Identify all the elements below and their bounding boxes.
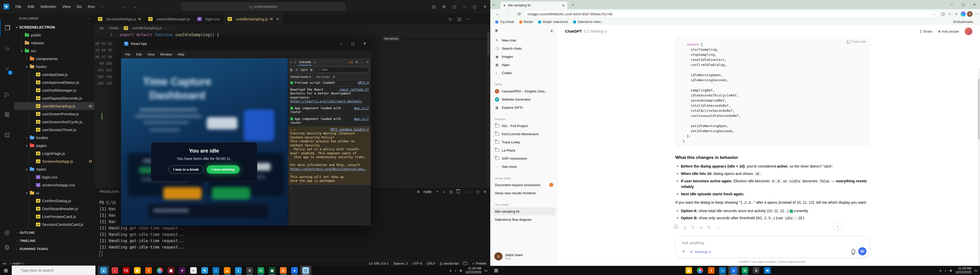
- header-avatar[interactable]: [965, 27, 972, 35]
- read-aloud-icon[interactable]: ◁: [699, 224, 702, 230]
- sidebar-item-la-plaza[interactable]: La Plaza: [492, 146, 556, 154]
- more-tabs-icon[interactable]: »: [314, 60, 316, 64]
- kill-terminal-icon[interactable]: [457, 190, 460, 193]
- tree-item-livepreviewcard-js[interactable]: JSLivePreviewCard.js: [14, 213, 94, 221]
- terminal-more-icon[interactable]: ⋯: [464, 190, 468, 194]
- menu-file[interactable]: File: [13, 3, 24, 10]
- terminal-shell-label[interactable]: node: [424, 190, 431, 194]
- devtools-close-icon[interactable]: ✕: [366, 60, 369, 64]
- sidebar-item-document-request-assistance[interactable]: Document request assistance: [492, 181, 556, 189]
- sidebar-item-idle-sampling-fix[interactable]: Idle sampling fix: [492, 207, 556, 215]
- new-terminal-icon[interactable]: ＋: [436, 190, 439, 194]
- browser-minimize-button[interactable]: ─: [946, 3, 958, 6]
- console-source-link[interactable]: VM72 sandbox bundle:2: [330, 128, 369, 132]
- tree-item-src[interactable]: ∨src: [14, 47, 94, 55]
- tree-item-screenshotapp-css[interactable]: #screenshotapp.css: [14, 181, 94, 189]
- console-source-link[interactable]: App.js:7: [354, 106, 369, 111]
- thinking-mode-chip[interactable]: ✦ Thinking ∨: [690, 250, 711, 254]
- clock-right[interactable]: 11:29 AM12/22/2025: [955, 267, 971, 274]
- close-panel-icon[interactable]: ✕: [484, 190, 487, 194]
- console-message-1[interactable]: react refresh:37Download the React DevTo…: [288, 87, 371, 105]
- console-prompt[interactable]: ›: [288, 185, 371, 192]
- console-hyperlink[interactable]: https://reactjs.org/link/react-devtools: [290, 100, 362, 103]
- sidebar-item-apps[interactable]: ▦Apps: [492, 61, 556, 69]
- voice-mode-button[interactable]: [858, 247, 866, 255]
- app-maximize-button[interactable]: ▢: [347, 41, 359, 46]
- tree-item-usescreenshotcycle-js[interactable]: JSuseScreenshotCycle.js: [14, 118, 94, 126]
- sidebar-item-salesforce-flow-diagram[interactable]: Salesforce flow diagram: [492, 215, 556, 224]
- device-toolbar-icon[interactable]: ▯: [294, 60, 296, 64]
- taskbar-icon-file-explorer[interactable]: ▤: [132, 266, 143, 275]
- working-button[interactable]: I was working: [207, 165, 240, 174]
- status-5[interactable]: ✓ Prettier: [472, 261, 487, 266]
- sidebar-item-new-chat[interactable]: ✎New chat: [492, 36, 556, 44]
- account-row[interactable]: S Saiful Islam Plus: [490, 251, 562, 262]
- taskbar-icon-profile-app[interactable]: S: [751, 266, 762, 275]
- context-selector[interactable]: top ▾: [301, 68, 307, 71]
- taskbar-icon-electron-app[interactable]: ▢: [300, 266, 311, 275]
- layout-custom-icon[interactable]: ▢: [449, 5, 460, 9]
- sidebar-item-see-more[interactable]: ⋯See more: [492, 163, 556, 171]
- tree-item-public[interactable]: ›public: [14, 31, 94, 39]
- tree-item-dashboardheader-js[interactable]: JSDashboardHeader.js: [14, 205, 94, 213]
- tree-item-useelapsedseconds-js[interactable]: JSuseElapsedSeconds.js: [14, 94, 94, 102]
- tab-useidlesampling-js[interactable]: JSuseIdleSampling.jsM✕: [224, 13, 283, 24]
- sidebar-item-isu-full-project[interactable]: ISU - Full Project: [492, 122, 556, 130]
- clock-left[interactable]: 11:29 AM12/22/2025: [465, 267, 481, 274]
- sidebar-item-search-chats[interactable]: Search chats: [492, 44, 556, 52]
- taskbar-icon-firefox[interactable]: f: [143, 266, 154, 275]
- tab-usedraftmanager-js[interactable]: JSuseDraftManager.js: [145, 13, 193, 24]
- status-3[interactable]: CRLF: [427, 261, 435, 266]
- editor-more-icon[interactable]: ⋯: [466, 17, 470, 21]
- split-screen-icon[interactable]: ◫: [940, 12, 946, 16]
- tree-item-loginpage-js[interactable]: JSLoginPage.js: [14, 150, 94, 157]
- tree-item-usescreenpreview-js[interactable]: JSuseScreenPreview.js: [14, 110, 94, 118]
- taskbar-icon-photos[interactable]: ▲: [98, 266, 109, 275]
- browser-menu-icon[interactable]: ⋯: [974, 12, 980, 16]
- copy-code-button[interactable]: Copy code: [848, 40, 866, 43]
- git-branch[interactable]: ⑂ main* ⟳: [10, 261, 24, 266]
- tree-item-useappdata-js[interactable]: JSuseAppData.js: [14, 71, 94, 78]
- add-people-button[interactable]: ⊕ Add people: [938, 29, 959, 33]
- extensions-icon[interactable]: ⊞: [0, 107, 14, 122]
- taskbar-icon-xampp[interactable]: X: [278, 266, 289, 275]
- terminal-dropdown-icon[interactable]: ∨: [443, 190, 445, 193]
- console-message-3[interactable]: App.js:7✓App component loaded with route…: [288, 116, 371, 126]
- volume-icon[interactable]: ♪: [455, 269, 457, 272]
- sidebar-item-explore-gpts[interactable]: ▦Explore GPTs: [492, 103, 556, 112]
- new-tab-button[interactable]: ＋: [571, 2, 575, 7]
- sidebar-item-canvaspro-graphic-desi-[interactable]: CCanvasPRO – Graphic Desi...: [492, 87, 556, 95]
- sidebar-item-track-lively[interactable]: Track Lively: [492, 138, 556, 146]
- bookmark-trip-detail[interactable]: Trip Detail: [495, 20, 514, 24]
- sidebar-collapse-icon[interactable]: ◧: [551, 29, 554, 33]
- regenerate-icon[interactable]: ↻: [708, 224, 711, 230]
- tree-item-ui[interactable]: ∨ui: [14, 189, 94, 197]
- browser-forward-icon[interactable]: →: [505, 11, 512, 17]
- chatgpt-title[interactable]: ChatGPT: [565, 29, 582, 33]
- breadcrumb-3[interactable]: …: [167, 26, 171, 30]
- taskbar-icon-chrome[interactable]: [154, 266, 165, 275]
- tree-item-sessioncontrolscard-js[interactable]: JSSessionControlsCard.js: [14, 221, 94, 228]
- status-0[interactable]: Ln 106, Col 1: [369, 261, 389, 266]
- split-editor-icon[interactable]: ◫: [457, 17, 461, 21]
- console-sidebar-icon[interactable]: ◧: [290, 68, 293, 71]
- taskbar-search-input[interactable]: [12, 266, 95, 275]
- forward-arrow-icon[interactable]: →: [133, 4, 137, 9]
- chatgpt-logo-icon[interactable]: ✳: [494, 28, 498, 33]
- tab-close-icon[interactable]: ✕: [562, 3, 565, 7]
- tray-chevron-icon[interactable]: ∧: [939, 269, 942, 272]
- status-4[interactable]: {} JavaScript: [440, 261, 458, 266]
- copilot-icon[interactable]: [960, 11, 966, 17]
- layout-sidebar-icon[interactable]: ⊟: [439, 5, 449, 9]
- notification-icon[interactable]: ▭: [974, 269, 977, 272]
- start-button-right[interactable]: ⊞: [490, 268, 502, 273]
- thumbs-up-icon[interactable]: △: [683, 224, 686, 230]
- clear-console-icon[interactable]: ⊘: [296, 68, 298, 71]
- menu-selection[interactable]: Selection: [38, 3, 59, 10]
- volume-icon[interactable]: ♪: [945, 269, 947, 272]
- start-button[interactable]: ⊞: [0, 268, 12, 273]
- browser-maximize-button[interactable]: ▢: [958, 3, 969, 6]
- tree-item-screenshotapp-js[interactable]: JSScreenshotApp.jsM: [14, 157, 94, 165]
- console-log-list[interactable]: VM73:4✓Preload script loaded!react refre…: [288, 80, 371, 226]
- run-debug-icon[interactable]: ▷: [0, 87, 14, 102]
